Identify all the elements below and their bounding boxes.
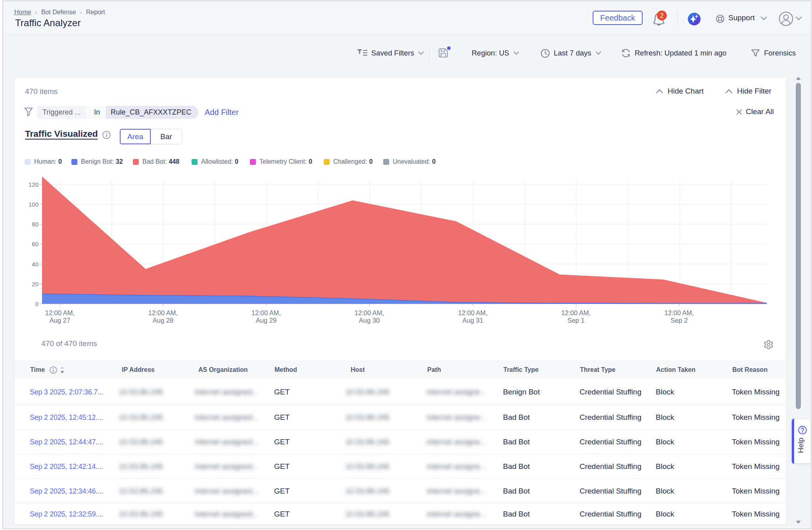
svg-text:12:00 AM,: 12:00 AM, bbox=[148, 309, 178, 316]
svg-text:120: 120 bbox=[29, 181, 38, 188]
svg-text:Aug 28: Aug 28 bbox=[153, 317, 173, 324]
svg-text:Aug 27: Aug 27 bbox=[50, 317, 70, 324]
svg-text:12:00 AM,: 12:00 AM, bbox=[355, 309, 384, 316]
svg-text:12:00 AM,: 12:00 AM, bbox=[251, 309, 281, 316]
svg-text:Aug 30: Aug 30 bbox=[359, 317, 380, 324]
svg-text:Sep 2: Sep 2 bbox=[670, 317, 687, 324]
svg-text:Aug 29: Aug 29 bbox=[256, 317, 276, 324]
svg-text:60: 60 bbox=[32, 241, 38, 247]
svg-text:40: 40 bbox=[32, 261, 38, 268]
svg-text:12:00 AM,: 12:00 AM, bbox=[664, 309, 694, 316]
svg-text:Sep 1: Sep 1 bbox=[567, 317, 584, 324]
svg-text:80: 80 bbox=[32, 221, 38, 228]
svg-text:Aug 31: Aug 31 bbox=[463, 317, 483, 324]
svg-text:12:00 AM,: 12:00 AM, bbox=[561, 309, 591, 316]
svg-text:100: 100 bbox=[29, 201, 38, 208]
svg-text:2: 2 bbox=[660, 12, 664, 19]
svg-text:12:00 AM,: 12:00 AM, bbox=[45, 309, 75, 316]
svg-text:20: 20 bbox=[32, 281, 38, 287]
svg-text:0: 0 bbox=[35, 300, 38, 307]
svg-text:12:00 AM,: 12:00 AM, bbox=[458, 309, 488, 316]
